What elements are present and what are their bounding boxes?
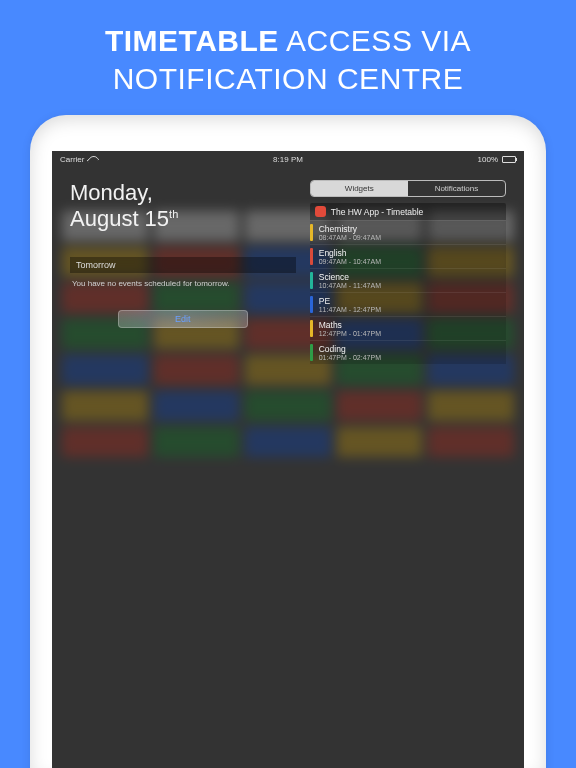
promo-header: TIMETABLE ACCESS VIA NOTIFICATION CENTRE	[0, 0, 576, 115]
class-color-bar	[310, 344, 313, 361]
tab-notifications[interactable]: Notifications	[408, 181, 505, 196]
date-block: Monday, August 15th	[70, 180, 296, 233]
class-time: 08:47AM - 09:47AM	[319, 234, 381, 241]
tab-widgets[interactable]: Widgets	[311, 181, 408, 196]
class-info: English09:47AM - 10:47AM	[319, 248, 381, 265]
ipad-frame: Carrier 8:19 PM 100% Monday, August 15th	[30, 115, 546, 768]
class-time: 10:47AM - 11:47AM	[319, 282, 381, 289]
class-time: 09:47AM - 10:47AM	[319, 258, 381, 265]
promo-rest: ACCESS VIA	[279, 24, 471, 57]
date-weekday: Monday,	[70, 180, 296, 206]
class-row[interactable]: PE11:47AM - 12:47PM	[310, 292, 506, 316]
status-bar: Carrier 8:19 PM 100%	[52, 151, 524, 166]
hw-app-icon	[315, 206, 326, 217]
tomorrow-section: Tomorrow You have no events scheduled fo…	[70, 257, 296, 302]
nc-content: Monday, August 15th Tomorrow You have no…	[52, 166, 524, 370]
status-right: 100%	[478, 155, 516, 164]
class-color-bar	[310, 320, 313, 337]
class-time: 01:47PM - 02:47PM	[319, 354, 381, 361]
class-row[interactable]: Chemistry08:47AM - 09:47AM	[310, 220, 506, 244]
class-time: 12:47PM - 01:47PM	[319, 330, 381, 337]
notification-centre-overlay: Carrier 8:19 PM 100% Monday, August 15th	[52, 151, 524, 768]
battery-icon	[502, 156, 516, 163]
status-time: 8:19 PM	[273, 155, 303, 164]
widget-header[interactable]: The HW App - Timetable	[310, 203, 506, 220]
class-name: Chemistry	[319, 224, 381, 234]
class-color-bar	[310, 272, 313, 289]
promo-bold: TIMETABLE	[105, 24, 279, 57]
class-row[interactable]: Science10:47AM - 11:47AM	[310, 268, 506, 292]
tomorrow-empty-text: You have no events scheduled for tomorro…	[70, 273, 296, 302]
widget-title: The HW App - Timetable	[331, 207, 424, 217]
class-info: PE11:47AM - 12:47PM	[319, 296, 381, 313]
class-color-bar	[310, 224, 313, 241]
class-info: Maths12:47PM - 01:47PM	[319, 320, 381, 337]
promo-line-2: NOTIFICATION CENTRE	[20, 60, 556, 98]
class-name: Science	[319, 272, 381, 282]
class-info: Science10:47AM - 11:47AM	[319, 272, 381, 289]
segmented-control: Widgets Notifications	[310, 180, 506, 197]
tomorrow-header: Tomorrow	[70, 257, 296, 273]
widgets-column: Widgets Notifications The HW App - Timet…	[310, 180, 506, 364]
carrier-label: Carrier	[60, 155, 84, 164]
class-row[interactable]: Maths12:47PM - 01:47PM	[310, 316, 506, 340]
class-color-bar	[310, 296, 313, 313]
class-time: 11:47AM - 12:47PM	[319, 306, 381, 313]
class-info: Chemistry08:47AM - 09:47AM	[319, 224, 381, 241]
edit-button[interactable]: Edit	[118, 310, 248, 328]
battery-percent: 100%	[478, 155, 498, 164]
class-name: English	[319, 248, 381, 258]
class-row[interactable]: English09:47AM - 10:47AM	[310, 244, 506, 268]
class-info: Coding01:47PM - 02:47PM	[319, 344, 381, 361]
ipad-screen: Carrier 8:19 PM 100% Monday, August 15th	[52, 151, 524, 768]
date-monthday-line: August 15th	[70, 206, 296, 232]
today-column: Monday, August 15th Tomorrow You have no…	[70, 180, 296, 364]
date-monthday: August 15	[70, 206, 169, 231]
class-name: Maths	[319, 320, 381, 330]
class-name: Coding	[319, 344, 381, 354]
class-color-bar	[310, 248, 313, 265]
wifi-icon	[88, 156, 98, 164]
class-row[interactable]: Coding01:47PM - 02:47PM	[310, 340, 506, 364]
timetable-widget-list: Chemistry08:47AM - 09:47AMEnglish09:47AM…	[310, 220, 506, 364]
promo-line-1: TIMETABLE ACCESS VIA	[20, 22, 556, 60]
status-left: Carrier	[60, 155, 98, 164]
class-name: PE	[319, 296, 381, 306]
date-ordinal: th	[169, 208, 178, 220]
